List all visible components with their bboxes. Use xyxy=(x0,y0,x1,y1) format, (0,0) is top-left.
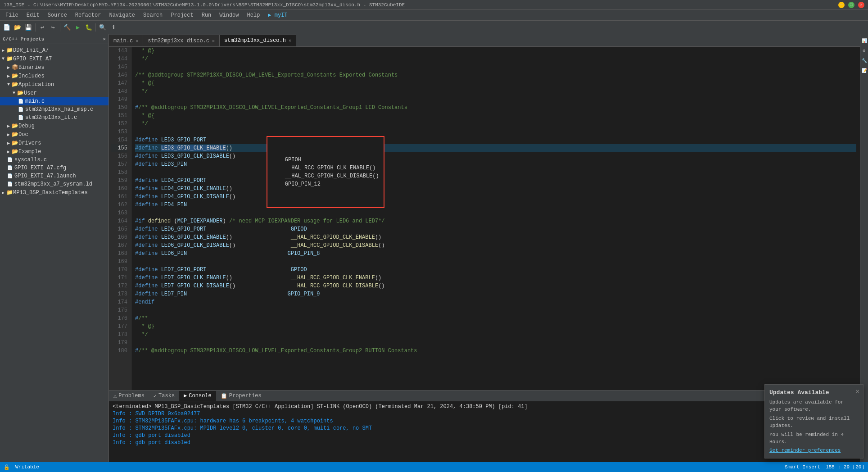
toolbar-run[interactable]: ▶ xyxy=(73,23,83,32)
collapse-icon: ▼ xyxy=(2,56,5,61)
sidebar-item-it-c[interactable]: 📄 stm32mp13xx_it.c xyxy=(0,113,108,122)
toolbar-undo[interactable]: ↩ xyxy=(37,23,47,32)
sidebar-item-debug[interactable]: ▶ 📂 Debug xyxy=(0,122,108,130)
toolbar-debug[interactable]: 🐛 xyxy=(84,23,94,32)
maximize-button[interactable]: □ xyxy=(848,2,854,8)
sidebar-item-syscalls[interactable]: 📄 syscalls.c xyxy=(0,156,108,164)
code-line-170: #define LED7_GPIO_PORT GPIOD xyxy=(135,266,856,274)
sidebar-header: C/C++ Projects ✕ xyxy=(0,34,108,44)
folder-icon-gpio: 📁 xyxy=(6,55,13,62)
editor-tabs: main.c ✕ stm32mp13xx_disco.c ✕ stm32mp13… xyxy=(109,34,860,47)
sidebar-item-application[interactable]: ▼ 📂 Application xyxy=(0,80,108,89)
menu-project[interactable]: Project xyxy=(167,11,197,19)
menu-refactor[interactable]: Refactor xyxy=(72,11,105,19)
expand-icon: ▶ xyxy=(2,48,5,53)
ln-175: 175 xyxy=(111,306,127,314)
status-insert-mode: Smart Insert xyxy=(785,464,820,470)
tab-properties[interactable]: 📋 Properties xyxy=(216,391,266,401)
toolbar-info[interactable]: ℹ xyxy=(108,23,118,32)
toolbar-new[interactable]: 📄 xyxy=(2,23,12,32)
tab-close-disco-h[interactable]: ✕ xyxy=(289,38,291,43)
sidebar-item-includes[interactable]: ▶ 📂 Includes xyxy=(0,72,108,80)
code-line-150: #/** @addtogroup STM32MP13XX_DISCO_LOW_L… xyxy=(135,104,856,112)
code-editor[interactable]: 143 144 145 146 147 148 149 150 151 152 … xyxy=(109,47,860,390)
code-line-146: /** @addtogroup STM32MP13XX_DISCO_LOW_LE… xyxy=(135,71,856,79)
sidebar-item-ddr[interactable]: ▶ 📁 DDR_Init_A7 xyxy=(0,46,108,54)
menu-source[interactable]: Source xyxy=(44,11,71,19)
toolbar-build[interactable]: 🔨 xyxy=(62,23,72,32)
sidebar-item-hal-msp[interactable]: 📄 stm32mp13xx_hal_msp.c xyxy=(0,105,108,113)
close-button[interactable]: ✕ xyxy=(858,2,864,8)
menu-myst[interactable]: ▶ myIT xyxy=(264,11,291,19)
code-line-175 xyxy=(135,306,856,314)
expand-icon-drv: ▶ xyxy=(7,141,10,146)
sidebar-item-mp13[interactable]: ▶ 📁 MP13_BSP_BasicTemplates xyxy=(0,188,108,197)
toolbar-redo[interactable]: ↪ xyxy=(48,23,58,32)
tab-disco-c[interactable]: stm32mp13xx_disco.c ✕ xyxy=(143,35,220,46)
menu-help[interactable]: Help xyxy=(244,11,264,19)
ln-146: 146 xyxy=(111,71,127,79)
sidebar-label-includes: Includes xyxy=(18,73,45,79)
console-terminated-line: <terminated> MP13_BSP_BasicTemplates [ST… xyxy=(113,403,856,410)
tab-disco-h[interactable]: stm32mp13xx_disco.h ✕ xyxy=(220,35,296,46)
ln-149: 149 xyxy=(111,95,127,104)
sidebar-label-user: User xyxy=(24,90,37,96)
updates-line2: Click to review and install updates. xyxy=(769,415,859,429)
sidebar-label-it-c: stm32mp13xx_it.c xyxy=(25,114,77,121)
file-icon-cfg: 📄 xyxy=(7,165,13,171)
ln-152: 152 xyxy=(111,120,127,128)
ln-177: 177 xyxy=(111,322,127,331)
tab-console[interactable]: ▶ Console xyxy=(179,391,216,401)
sidebar-item-ld[interactable]: 📄 stm32mp13xx_a7_sysram.ld xyxy=(0,180,108,188)
menu-run[interactable]: Run xyxy=(198,11,215,19)
code-line-173: #define LED7_PIN GPIO_PIN_9 xyxy=(135,290,856,298)
tab-label-main-c: main.c xyxy=(113,38,133,44)
ln-172: 172 xyxy=(111,282,127,290)
right-icon-3[interactable]: 🔧 xyxy=(859,56,868,66)
menu-file[interactable]: File xyxy=(2,11,22,19)
sidebar-label-gpio: GPIO_EXTI_A7 xyxy=(13,56,52,62)
tab-problems[interactable]: ⚠ Problems xyxy=(109,391,149,401)
ln-155: 155 xyxy=(111,144,127,152)
tab-tasks[interactable]: ✓ Tasks xyxy=(149,391,179,401)
tab-close-disco-c[interactable]: ✕ xyxy=(212,38,215,44)
popup-line1: GPIOH __HAL_RCC_GPIOH_CLK_ENABLE() __HAL… xyxy=(272,156,379,188)
ln-171: 171 xyxy=(111,274,127,282)
sidebar-item-doc[interactable]: ▶ 📂 Doc xyxy=(0,130,108,139)
right-icon-2[interactable]: ⚙ xyxy=(859,46,868,56)
sidebar-label-ddr: DDR_Init_A7 xyxy=(13,47,49,54)
right-icon-1[interactable]: 📊 xyxy=(859,36,868,46)
toolbar-open[interactable]: 📂 xyxy=(13,23,23,32)
tab-main-c[interactable]: main.c ✕ xyxy=(109,35,143,46)
menu-edit[interactable]: Edit xyxy=(23,11,43,19)
minimize-button[interactable]: ─ xyxy=(838,2,845,8)
file-icon-ld: 📄 xyxy=(7,182,13,187)
sidebar-item-gpio[interactable]: ▼ 📁 GPIO_EXTI_A7 xyxy=(0,54,108,63)
code-line-177: * @} xyxy=(135,322,856,331)
sidebar-item-user[interactable]: ▼ 📂 User xyxy=(0,89,108,97)
updates-line1: Updates are available for your software. xyxy=(769,399,859,413)
toolbar-search[interactable]: 🔍 xyxy=(98,23,108,32)
drivers-icon: 📂 xyxy=(12,140,18,146)
sidebar-item-drivers[interactable]: ▶ 📂 Drivers xyxy=(0,139,108,147)
tab-close-main-c[interactable]: ✕ xyxy=(136,38,138,44)
sidebar-item-binaries[interactable]: ▶ 📦 Binaries xyxy=(0,63,108,72)
properties-icon: 📋 xyxy=(221,393,227,399)
sidebar-item-launch[interactable]: 📄 GPIO_EXTI_A7.launch xyxy=(0,172,108,180)
updates-preferences-link[interactable]: Set reminder preferences xyxy=(769,448,841,453)
right-icon-4[interactable]: 📝 xyxy=(859,66,868,76)
sidebar-item-main-c[interactable]: 📄 main.c xyxy=(0,97,108,105)
ln-153: 153 xyxy=(111,128,127,136)
sidebar-item-example[interactable]: ▶ 📂 Example xyxy=(0,147,108,156)
menu-window[interactable]: Window xyxy=(216,11,242,19)
bottom-panel: ⚠ Problems ✓ Tasks ▶ Console 📋 Propertie… xyxy=(109,390,860,462)
tab-label-problems: Problems xyxy=(118,393,145,399)
menu-navigate[interactable]: Navigate xyxy=(105,11,139,19)
toolbar-save[interactable]: 💾 xyxy=(23,23,33,32)
updates-close-button[interactable]: ✕ xyxy=(856,387,859,395)
menu-search[interactable]: Search xyxy=(140,11,166,19)
ln-156: 156 xyxy=(111,152,127,160)
code-line-143: * @} xyxy=(135,47,856,55)
sidebar-item-cfg[interactable]: 📄 GPIO_EXTI_A7.cfg xyxy=(0,164,108,172)
sidebar-close-icon[interactable]: ✕ xyxy=(103,36,106,42)
